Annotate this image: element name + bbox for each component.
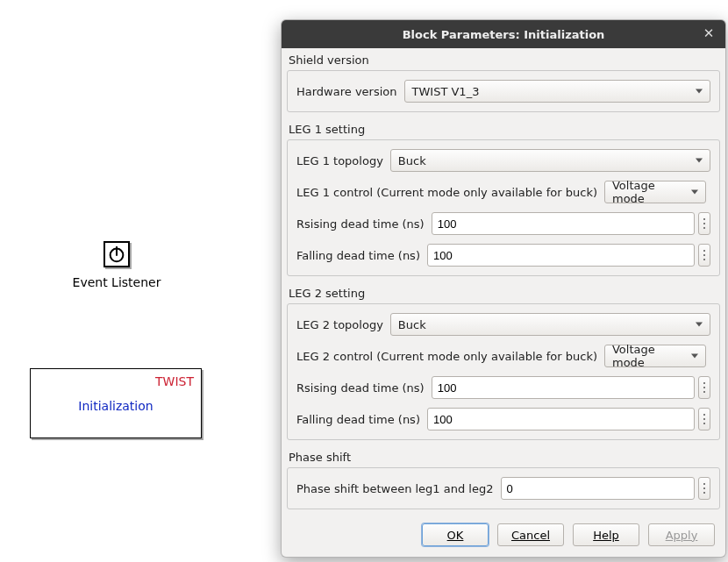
block-parameters-dialog: Block Parameters: Initialization ✕ Shiel…: [281, 19, 726, 558]
chevron-down-icon: [696, 159, 703, 163]
cancel-button-label: Cancel: [511, 529, 550, 542]
section-leg1: LEG 1 topology Buck LEG 1 control (Curre…: [287, 139, 720, 276]
model-canvas: Event Listener TWIST Initialization: [0, 0, 281, 562]
leg2-rising-label: Rsising dead time (ns): [296, 381, 425, 395]
section-header-leg1: LEG 1 setting: [282, 117, 725, 139]
section-phase: Phase shift between leg1 and leg2: [287, 467, 720, 509]
leg1-control-select[interactable]: Voltage mode: [604, 181, 706, 203]
leg2-control-value: Voltage mode: [612, 343, 682, 369]
initialization-block[interactable]: TWIST Initialization: [30, 368, 202, 438]
leg1-topology-select[interactable]: Buck: [390, 149, 710, 172]
chevron-down-icon: [696, 323, 703, 327]
leg1-control-label: LEG 1 control (Current mode only availab…: [296, 186, 597, 199]
dialog-body: Shield version Hardware version TWIST V1…: [282, 48, 725, 557]
leg2-falling-input[interactable]: [427, 408, 695, 430]
leg1-falling-input[interactable]: [427, 244, 695, 267]
leg1-topology-value: Buck: [398, 154, 426, 167]
close-button[interactable]: ✕: [699, 24, 718, 43]
leg1-rising-spinner[interactable]: [698, 212, 710, 235]
hardware-version-label: Hardware version: [296, 85, 397, 98]
leg2-topology-value: Buck: [398, 318, 426, 331]
leg1-control-value: Voltage mode: [612, 179, 682, 205]
leg1-falling-spinner[interactable]: [698, 244, 710, 267]
phase-shift-spinner[interactable]: [698, 477, 710, 500]
leg1-falling-label: Falling dead time (ns): [296, 249, 420, 262]
cancel-button[interactable]: Cancel: [497, 523, 564, 546]
phase-shift-label: Phase shift between leg1 and leg2: [296, 482, 494, 495]
hardware-version-value: TWIST V1_3: [412, 85, 480, 98]
leg2-rising-spinner[interactable]: [698, 376, 710, 399]
chevron-down-icon: [691, 190, 698, 195]
ok-button-label: OK: [447, 529, 464, 542]
power-icon: [107, 245, 126, 264]
leg2-control-select[interactable]: Voltage mode: [604, 345, 706, 367]
event-listener-block[interactable]: [103, 241, 130, 267]
section-header-shield: Shield version: [282, 48, 725, 70]
ok-button[interactable]: OK: [422, 523, 489, 546]
leg2-falling-label: Falling dead time (ns): [296, 413, 420, 426]
leg1-topology-label: LEG 1 topology: [296, 154, 383, 167]
event-listener-label: Event Listener: [44, 275, 189, 289]
section-shield: Hardware version TWIST V1_3: [287, 70, 720, 112]
dialog-button-row: OK Cancel Help Apply: [282, 515, 725, 557]
leg1-rising-label: Rsising dead time (ns): [296, 217, 425, 231]
help-button-label: Help: [593, 529, 619, 542]
leg2-falling-spinner[interactable]: [698, 408, 710, 430]
block-category-label: TWIST: [155, 374, 194, 388]
apply-button-label: Apply: [666, 529, 698, 542]
phase-shift-input[interactable]: [501, 477, 696, 500]
hardware-version-select[interactable]: TWIST V1_3: [404, 80, 710, 103]
leg2-rising-input[interactable]: [432, 376, 695, 399]
apply-button: Apply: [648, 523, 715, 546]
chevron-down-icon: [691, 354, 698, 359]
leg2-control-label: LEG 2 control (Current mode only availab…: [296, 350, 597, 363]
close-icon: ✕: [703, 25, 715, 41]
dialog-title: Block Parameters: Initialization: [403, 28, 605, 41]
section-header-leg2: LEG 2 setting: [282, 281, 725, 303]
section-leg2: LEG 2 topology Buck LEG 2 control (Curre…: [287, 303, 720, 440]
leg1-rising-input[interactable]: [432, 212, 695, 235]
block-title-label: Initialization: [31, 399, 201, 413]
help-button[interactable]: Help: [573, 523, 639, 546]
dialog-titlebar[interactable]: Block Parameters: Initialization ✕: [282, 20, 725, 48]
leg2-topology-label: LEG 2 topology: [296, 318, 383, 331]
section-header-phase: Phase shift: [282, 445, 725, 467]
chevron-down-icon: [696, 89, 703, 94]
leg2-topology-select[interactable]: Buck: [390, 313, 710, 336]
